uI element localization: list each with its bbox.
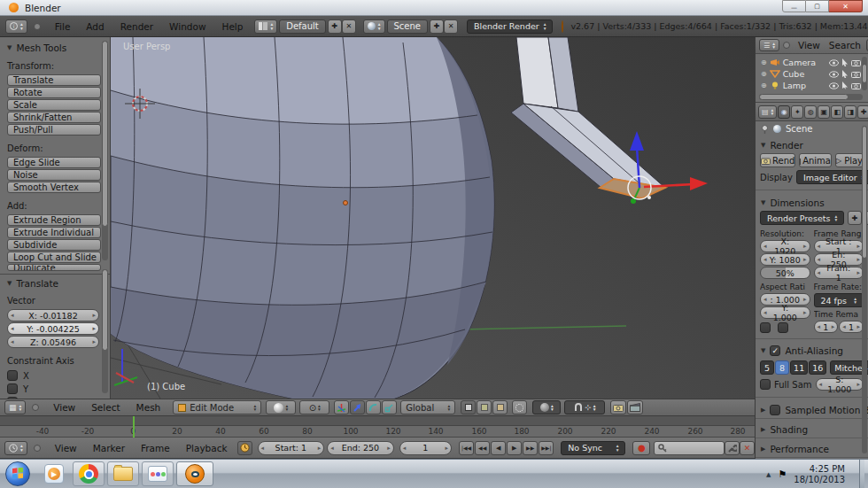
taskbar-clock[interactable]: 4:25 PM 18/10/2013 (794, 464, 845, 485)
properties-editor-selector[interactable]: ▤▴▾ (758, 105, 777, 119)
taskbar-paint-button[interactable] (142, 461, 174, 486)
viewport-shading-dropdown[interactable]: ▴▾ (266, 400, 296, 414)
toolshelf-scrollbar[interactable] (102, 41, 108, 260)
scene-field[interactable]: Scene (387, 19, 429, 34)
outliner-editor-selector[interactable]: ☰▴▾ (759, 39, 779, 51)
jump-next-keyframe-button[interactable]: ▶▶ (523, 441, 538, 455)
snap-dropdown[interactable]: ⊹▴▾ (564, 400, 605, 414)
render-panel-header[interactable]: ▼Render (756, 136, 868, 151)
sampled-motion-blur-panel-header[interactable]: ▶Sampled Motion Blur (756, 397, 868, 418)
visibility-eye-icon[interactable] (829, 71, 839, 78)
operator-panel-header[interactable]: ▼Translate (7, 278, 110, 289)
visibility-eye-icon[interactable] (829, 82, 839, 89)
sync-dropdown[interactable]: No Sync▴▾ (561, 441, 625, 455)
menu-help[interactable]: Help (213, 21, 251, 32)
selectability-cursor-icon[interactable] (841, 81, 849, 89)
show-desktop-button[interactable] (859, 460, 864, 488)
renderability-camera-icon[interactable] (851, 59, 861, 66)
preset-add-button[interactable]: ✚ (848, 211, 862, 225)
view3d-collapsed-menu-dot[interactable] (32, 404, 39, 411)
play-button[interactable]: ▶ (507, 441, 522, 455)
constraint-y-checkbox[interactable] (7, 383, 18, 394)
menu-render[interactable]: Render (112, 21, 161, 32)
duplicate-button[interactable]: Duplicate (7, 264, 101, 271)
resolution-percentage-slider[interactable]: 50% (760, 267, 810, 279)
manipulator-toggle-button[interactable] (334, 400, 349, 414)
remap-old-field[interactable]: ◂1▸ (814, 321, 839, 333)
keying-set-field[interactable] (654, 441, 725, 455)
outliner-row-cube[interactable]: ⊕ Cube (756, 68, 868, 80)
expand-icon[interactable]: ⊕ (761, 70, 767, 78)
mesh-tools-panel-header[interactable]: ▼Mesh Tools (7, 43, 110, 53)
renderability-camera-icon[interactable] (851, 71, 861, 78)
expand-icon[interactable]: ⊕ (761, 58, 767, 66)
timeline-track[interactable] (0, 416, 755, 426)
loop-cut-button[interactable]: Loop Cut and Slide (7, 252, 101, 263)
performance-panel-header[interactable]: ▶Performance (756, 438, 868, 457)
screen-layout-field[interactable]: Default (279, 19, 326, 34)
face-select-button[interactable] (492, 400, 508, 414)
outliner-collapsed-menu-dot[interactable] (783, 42, 790, 49)
auto-keyframe-button[interactable]: ● (632, 441, 650, 455)
menu-tl-view[interactable]: View (47, 443, 85, 453)
aa-samples-8-button[interactable]: 8 (775, 360, 789, 375)
outliner-hscrollbar[interactable] (759, 94, 863, 100)
tab-object[interactable]: ▣ (818, 105, 830, 119)
tab-render[interactable]: ◉ (778, 105, 790, 119)
rotate-button[interactable]: Rotate (7, 87, 101, 98)
frame-end-field[interactable]: ◂End: 250▸ (327, 441, 394, 455)
frame-rate-dropdown[interactable]: 24 fps▴▾ (814, 293, 864, 307)
manipulator-scale-button[interactable] (382, 400, 397, 414)
timeline-collapsed-menu-dot[interactable] (34, 445, 41, 452)
outliner-row-lamp[interactable]: ⊕ Lamp (756, 80, 868, 91)
taskbar-wmp-icon[interactable]: ▶ (39, 461, 69, 486)
render-animation-button[interactable]: Anima (799, 153, 832, 167)
current-frame-field[interactable]: ◂1▸ (399, 441, 452, 455)
scene-icon-button[interactable]: ▴▾ (363, 19, 385, 34)
editor-type-selector[interactable]: i▴▾ (5, 19, 27, 34)
minimize-button[interactable]: — (782, 0, 806, 12)
resolution-y-field[interactable]: ◂Y: 1080▸ (760, 253, 810, 266)
delete-keyframe-button[interactable]: ✕ (740, 441, 755, 455)
remap-new-field[interactable]: ◂1▸ (839, 321, 864, 333)
push-pull-button[interactable]: Push/Pull (7, 124, 101, 136)
edge-select-button[interactable] (477, 400, 492, 414)
use-preview-range-button[interactable] (237, 441, 252, 455)
render-still-button[interactable]: Rend (760, 153, 795, 167)
crop-checkbox[interactable] (778, 322, 788, 333)
mode-dropdown[interactable]: Edit Mode▴▾ (173, 400, 261, 414)
visibility-eye-icon[interactable] (829, 59, 839, 66)
tab-modifiers[interactable]: ◨ (844, 105, 856, 119)
timeline-editor-selector[interactable]: ▴▾ (4, 441, 27, 455)
aa-samples-5-button[interactable]: 5 (760, 360, 774, 375)
jump-to-start-button[interactable]: |◀◀ (459, 441, 474, 455)
render-presets-dropdown[interactable]: Render Presets▴▾ (760, 211, 844, 225)
vector-x-field[interactable]: ◂X: -0.01182▸ (7, 309, 99, 321)
selectability-cursor-icon[interactable] (841, 58, 849, 66)
jump-to-end-button[interactable]: ▶▶| (539, 441, 554, 455)
menu-mesh[interactable]: Mesh (128, 402, 169, 413)
translate-button[interactable]: Translate (7, 74, 101, 86)
menu-window[interactable]: Window (161, 21, 213, 32)
pin-icon[interactable] (761, 125, 769, 134)
vector-y-field[interactable]: ◂Y: -0.004225▸ (7, 322, 99, 335)
taskbar-blender-button[interactable] (176, 461, 213, 486)
subdivide-button[interactable]: Subdivide (7, 239, 101, 251)
antialiasing-panel-header[interactable]: ▼✓Anti-Aliasing (756, 338, 868, 356)
aa-samples-11-button[interactable]: 11 (790, 360, 808, 375)
operator-scrollbar[interactable] (102, 269, 108, 393)
full-sample-checkbox[interactable] (760, 379, 771, 390)
maximize-button[interactable]: ▢ (806, 0, 829, 12)
close-button[interactable]: ✕ (829, 0, 863, 12)
scene-add-button[interactable]: ✚ (430, 19, 444, 34)
tab-world[interactable]: ◍ (804, 105, 817, 119)
tray-expand-icon[interactable]: ▲ (766, 471, 771, 478)
menu-select[interactable]: Select (83, 402, 128, 413)
extrude-individual-button[interactable]: Extrude Individual (7, 227, 101, 238)
view3d-editor-selector[interactable]: ▦▴▾ (4, 400, 26, 414)
manipulator-translate-button[interactable] (350, 400, 365, 414)
resolution-x-field[interactable]: ◂X: 1920▸ (760, 240, 810, 252)
menu-playback[interactable]: Playback (178, 443, 236, 453)
outliner-vscrollbar[interactable] (862, 57, 867, 90)
menu-view[interactable]: View (45, 402, 83, 413)
